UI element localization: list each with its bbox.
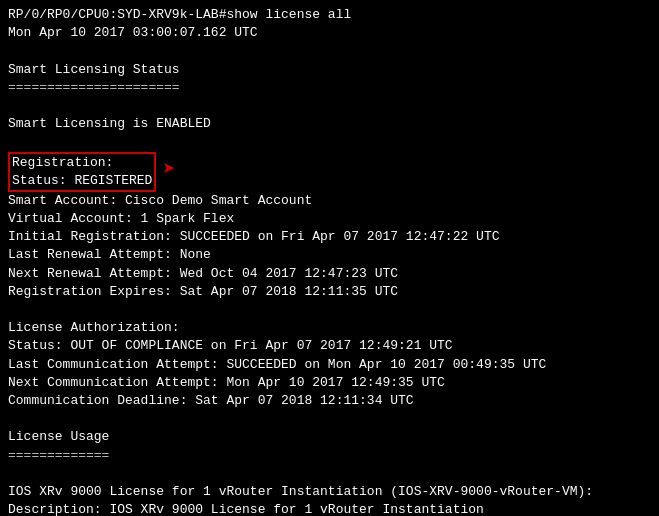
blank6 <box>8 465 651 483</box>
blank3 <box>8 133 651 151</box>
reg-header: Registration: Status: REGISTERED <box>8 152 156 192</box>
reg-smart-account: Smart Account: Cisco Demo Smart Account <box>8 192 651 210</box>
reg-next-renewal: Next Renewal Attempt: Wed Oct 04 2017 12… <box>8 265 651 283</box>
blank1 <box>8 42 651 60</box>
date-line: Mon Apr 10 2017 03:00:07.162 UTC <box>8 24 651 42</box>
auth-next-comm: Next Communication Attempt: Mon Apr 10 2… <box>8 374 651 392</box>
usage-desc: Description: IOS XRv 9000 License for 1 … <box>8 501 651 516</box>
auth-status: Status: OUT OF COMPLIANCE on Fri Apr 07 … <box>8 337 651 355</box>
blank5 <box>8 410 651 428</box>
reg-expires: Registration Expires: Sat Apr 07 2018 12… <box>8 283 651 301</box>
auth-header: License Authorization: <box>8 319 651 337</box>
auth-deadline: Communication Deadline: Sat Apr 07 2018 … <box>8 392 651 410</box>
reg-initial: Initial Registration: SUCCEEDED on Fri A… <box>8 228 651 246</box>
usage-underline: ============= <box>8 447 651 465</box>
section1-underline: ====================== <box>8 79 651 97</box>
usage-line1: IOS XRv 9000 License for 1 vRouter Insta… <box>8 483 651 501</box>
auth-last-comm: Last Communication Attempt: SUCCEEDED on… <box>8 356 651 374</box>
blank2 <box>8 97 651 115</box>
arrow1: ➤ <box>156 156 175 187</box>
enabled-line: Smart Licensing is ENABLED <box>8 115 651 133</box>
usage-header: License Usage <box>8 428 651 446</box>
prompt-line: RP/0/RP0/CPU0:SYD-XRV9k-LAB#show license… <box>8 6 651 24</box>
blank4 <box>8 301 651 319</box>
registration-block: Registration: Status: REGISTERED ➤ <box>8 152 651 192</box>
reg-last-renewal: Last Renewal Attempt: None <box>8 246 651 264</box>
reg-virtual-account: Virtual Account: 1 Spark Flex <box>8 210 651 228</box>
section1-title: Smart Licensing Status <box>8 61 651 79</box>
terminal-window: RP/0/RP0/CPU0:SYD-XRV9k-LAB#show license… <box>8 6 651 516</box>
